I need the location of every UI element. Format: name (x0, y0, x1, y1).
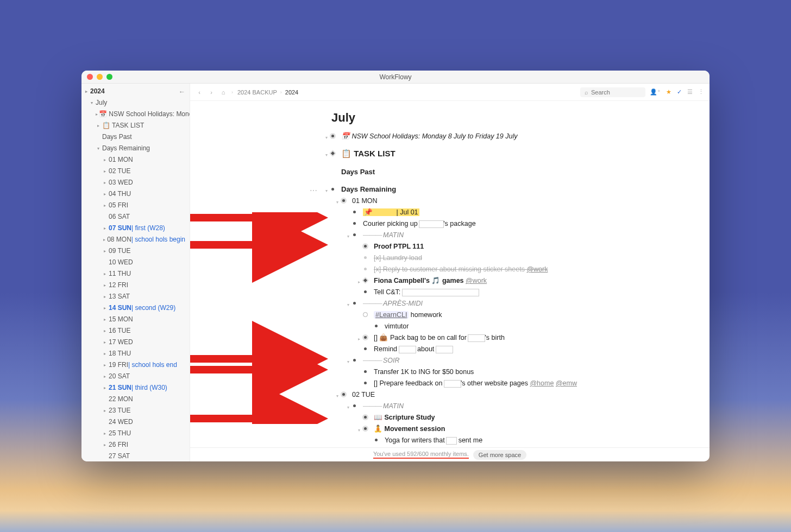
nav-forward-icon[interactable]: › (208, 89, 215, 96)
scripture-node[interactable]: 📖 Scripture Study (364, 413, 688, 422)
learncli-node[interactable]: #LearnCLI homework (364, 310, 688, 320)
kebab-icon[interactable]: ⋯ (310, 186, 318, 195)
day-02-tue[interactable]: ▾02 TUE (342, 390, 688, 400)
sidebar-item[interactable]: ▸11 THU (81, 268, 190, 280)
sidebar-item[interactable]: ▸23 TUE (81, 405, 190, 416)
expand-icon[interactable]: ▸ (356, 277, 362, 287)
courier-node[interactable]: Courier picking up 's package (353, 219, 688, 229)
movement-text: 🧘 Movement session (374, 425, 445, 433)
feedback-tag2[interactable]: @emw (556, 379, 577, 387)
more-menu-icon[interactable]: ⋮ (698, 88, 704, 96)
vimtutor-node[interactable]: vimtutor (375, 321, 688, 331)
sidebar-item[interactable]: ▸18 THU (81, 348, 190, 359)
content-scroll[interactable]: • July ▾ 📅 NSW School Holidays: Monday 8… (190, 101, 710, 447)
expand-icon[interactable]: ▾ (346, 300, 351, 310)
laundry-node[interactable]: [x] Laundry load (364, 253, 688, 263)
sidebar-item[interactable]: ▸26 FRI (81, 439, 190, 451)
soir-section[interactable]: ▾ ——— SOIR (353, 356, 688, 365)
packbag-node[interactable]: ▸[] 👜 Pack bag to be on call for 's birt… (364, 333, 688, 343)
get-more-space-button[interactable]: Get more space (473, 450, 526, 460)
expand-icon[interactable]: ▸ (356, 334, 362, 344)
sidebar-item[interactable]: ▸17 WED (81, 337, 190, 348)
nsw-holidays-node[interactable]: ▾ 📅 NSW School Holidays: Monday 8 July t… (331, 131, 688, 141)
sidebar-item[interactable]: ▸08 MON | school hols begin (81, 234, 190, 245)
matin-section[interactable]: ▾ ——— MATIN (353, 230, 688, 240)
sidebar-item[interactable]: ▸14 SUN | second (W29) (81, 302, 190, 314)
days-past-heading[interactable]: Days Past (341, 168, 688, 176)
expand-icon[interactable]: ▾ (346, 403, 351, 413)
sidebar-month[interactable]: ▾July (81, 97, 190, 109)
sidebar-item[interactable]: ▸04 THU (81, 188, 190, 200)
crumb-year[interactable]: 2024 (285, 89, 298, 96)
nav-back-icon[interactable]: ‹ (196, 89, 203, 96)
expand-icon[interactable]: ▾ (324, 133, 329, 143)
expand-icon[interactable]: ▾ (356, 426, 362, 435)
sidebar-item[interactable]: 27 SAT (81, 451, 190, 461)
window-title: WorkFlowy (81, 73, 710, 81)
feedback-tag1[interactable]: @home (530, 379, 554, 387)
day-label: 02 TUE (352, 391, 375, 398)
sidebar-item[interactable]: ▸12 FRI (81, 280, 190, 291)
sidebar-item[interactable]: 10 WED (81, 257, 190, 268)
search-input[interactable] (591, 89, 635, 96)
sidebar-item[interactable]: ▸05 FRI (81, 200, 190, 211)
movement-node[interactable]: ▾🧘 Movement session (364, 424, 688, 434)
nsw-holidays-text: NSW School Holidays: Monday 8 July to Fr… (351, 132, 517, 140)
star-icon[interactable]: ★ (666, 88, 671, 96)
yoga-node[interactable]: Yoga for writers that sent me (375, 435, 688, 445)
feedback-node[interactable]: [] Prepare feedback on 's other website … (364, 378, 688, 388)
day-01-mon[interactable]: ▾ 01 MON (342, 196, 688, 206)
days-remaining-node[interactable]: ⋯ ▾ Days Remaining (331, 185, 688, 194)
sidebar-item[interactable]: 22 MON (81, 394, 190, 405)
transfer-node[interactable]: Transfer 1K to ING for $50 bonus (364, 367, 688, 377)
learncli-tag[interactable]: #LearnCLI (374, 311, 409, 319)
sidebar-root[interactable]: ▸2024 (81, 86, 190, 97)
sidebar-collapse-icon[interactable]: ← (179, 88, 185, 96)
sidebar-item[interactable]: ▸25 THU (81, 428, 190, 439)
sidebar-item[interactable]: ▸16 TUE (81, 325, 190, 337)
fiona-tag[interactable]: @work (466, 277, 487, 284)
sidebar-item[interactable]: 24 WED (81, 416, 190, 428)
home-icon[interactable]: ⌂ (219, 89, 227, 96)
sidebar-item[interactable]: ▸15 MON (81, 314, 190, 325)
sidebar-item[interactable]: ▸20 SAT (81, 371, 190, 382)
sidebar-item[interactable]: ▸📅 NSW School Holidays: Monday 8 . (81, 109, 190, 120)
sidebar-item[interactable]: 06 SAT (81, 211, 190, 223)
check-icon[interactable]: ✓ (677, 88, 682, 96)
expand-icon[interactable]: ▾ (346, 357, 351, 367)
sidebar-item[interactable]: ▸📋 TASK LIST (81, 120, 190, 131)
crumb-backup[interactable]: 2024 BACKUP (237, 89, 277, 96)
main-panel: ‹ › ⌂ › 2024 BACKUP › 2024 ⌕ 👤⁺ ★ ✓ (190, 84, 710, 461)
expand-icon[interactable]: ▾ (335, 198, 340, 207)
sidebar-item[interactable]: Days Past (81, 131, 190, 143)
document[interactable]: • July ▾ 📅 NSW School Holidays: Monday 8… (190, 101, 710, 447)
reply-sticker-node[interactable]: [x] Reply to customer about missing stic… (364, 264, 688, 274)
sidebar-item[interactable]: ▸13 SAT (81, 291, 190, 302)
sidebar-item[interactable]: ▸21 SUN | third (W30) (81, 382, 190, 394)
sidebar-item[interactable]: ▸19 FRI | school hols end (81, 359, 190, 371)
task-list-node[interactable]: ▾ 📋 TASK LIST (331, 149, 688, 159)
list-view-icon[interactable]: ☰ (687, 88, 693, 96)
remind-node[interactable]: Remind about (364, 344, 688, 354)
matin-section-2[interactable]: ▾——— MATIN (353, 401, 688, 411)
search-box[interactable]: ⌕ (580, 87, 645, 97)
sidebar-item[interactable]: ▸01 MON (81, 154, 190, 166)
sidebar-item[interactable]: ▸02 TUE (81, 166, 190, 177)
proof-node[interactable]: Proof PTPL 111 (364, 242, 688, 251)
sidebar[interactable]: ← ▸2024 ▾July ▸📅 NSW School Holidays: Mo… (81, 84, 190, 461)
tellct-node[interactable]: Tell C&T: (364, 287, 688, 297)
sidebar-item[interactable]: ▸07 SUN | first (W28) (81, 223, 190, 234)
fiona-node[interactable]: ▸Fiona Campbell's 🎵 games @work (364, 276, 688, 286)
expand-icon[interactable]: ▾ (324, 150, 329, 160)
add-person-icon[interactable]: 👤⁺ (650, 88, 661, 96)
apres-midi-section[interactable]: ▾ ——— APRÈS-MIDI (353, 299, 688, 308)
expand-icon[interactable]: ▾ (346, 232, 351, 242)
expand-icon[interactable]: ▾ (324, 186, 329, 196)
reply-tag[interactable]: @work (526, 265, 548, 273)
expand-icon[interactable]: ▾ (335, 391, 340, 401)
sidebar-item[interactable]: ▾Days Remaining (81, 143, 190, 154)
page-title[interactable]: July (331, 111, 688, 125)
sidebar-item[interactable]: ▸09 TUE (81, 245, 190, 257)
sidebar-item[interactable]: ▸03 WED (81, 177, 190, 188)
highlighted-date-node[interactable]: 📌 | Jul 01 (353, 207, 688, 217)
